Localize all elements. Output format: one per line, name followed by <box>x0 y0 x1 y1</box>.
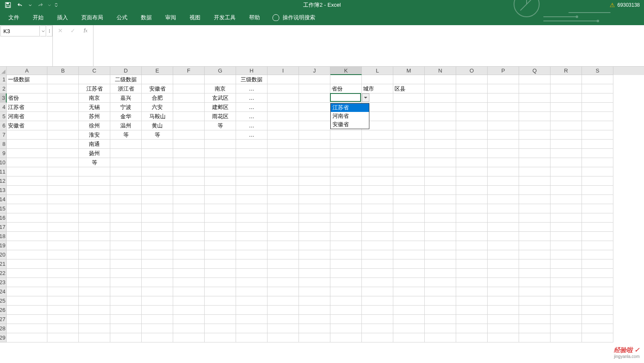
cell[interactable]: 三级数据 <box>236 75 267 84</box>
cell[interactable] <box>267 167 299 176</box>
cell[interactable] <box>173 296 205 306</box>
cell[interactable] <box>110 324 142 333</box>
cell[interactable] <box>456 93 488 103</box>
name-box-expand[interactable] <box>47 26 52 36</box>
cell[interactable] <box>456 140 488 149</box>
cell[interactable] <box>142 223 173 232</box>
cell[interactable] <box>7 213 47 223</box>
cell[interactable] <box>142 259 173 269</box>
cell[interactable] <box>299 315 330 324</box>
cell[interactable] <box>330 278 362 287</box>
cell[interactable] <box>47 121 79 130</box>
cell[interactable] <box>299 140 330 149</box>
cell[interactable] <box>393 296 425 306</box>
cell[interactable] <box>205 232 236 241</box>
cell[interactable] <box>267 250 299 259</box>
column-header[interactable]: L <box>362 67 393 75</box>
column-header[interactable]: P <box>488 67 519 75</box>
cell[interactable] <box>79 333 110 342</box>
cell[interactable] <box>393 213 425 223</box>
cell[interactable] <box>205 324 236 333</box>
name-box-dropdown[interactable] <box>40 26 46 36</box>
cell[interactable] <box>173 324 205 333</box>
cell[interactable] <box>299 232 330 241</box>
cell[interactable] <box>47 296 79 306</box>
cell[interactable] <box>205 140 236 149</box>
cell[interactable] <box>79 232 110 241</box>
cell[interactable]: … <box>236 130 267 140</box>
cell[interactable] <box>299 306 330 315</box>
cell[interactable] <box>519 223 551 232</box>
cell[interactable] <box>142 241 173 250</box>
cell[interactable]: 安徽省 <box>142 84 173 93</box>
undo-dropdown[interactable] <box>28 1 33 9</box>
cell[interactable]: 等 <box>142 130 173 140</box>
cell[interactable] <box>488 140 519 149</box>
row-header[interactable]: 26 <box>0 306 7 315</box>
cell[interactable] <box>456 241 488 250</box>
cell[interactable] <box>267 223 299 232</box>
cell[interactable] <box>267 186 299 195</box>
ribbon-tab[interactable]: 帮助 <box>242 10 267 25</box>
cell[interactable] <box>488 158 519 167</box>
cell[interactable] <box>79 213 110 223</box>
cell[interactable]: 区县 <box>393 84 425 93</box>
cell[interactable] <box>393 121 425 130</box>
cell[interactable] <box>456 296 488 306</box>
row-header[interactable]: 18 <box>0 232 7 241</box>
cell[interactable] <box>142 250 173 259</box>
cell[interactable] <box>205 333 236 342</box>
cell[interactable] <box>47 195 79 204</box>
cell[interactable] <box>299 241 330 250</box>
cell[interactable] <box>393 140 425 149</box>
cell[interactable] <box>110 333 142 342</box>
cell[interactable] <box>236 158 267 167</box>
cell[interactable] <box>236 241 267 250</box>
cell[interactable] <box>142 213 173 223</box>
cell[interactable] <box>582 75 613 84</box>
cell[interactable] <box>456 75 488 84</box>
cell[interactable] <box>330 315 362 324</box>
cell[interactable] <box>299 130 330 140</box>
cell[interactable] <box>456 158 488 167</box>
cell[interactable] <box>488 269 519 278</box>
row-header[interactable]: 16 <box>0 213 7 223</box>
cell[interactable] <box>47 324 79 333</box>
row-header[interactable]: 8 <box>0 140 7 149</box>
cell[interactable] <box>519 269 551 278</box>
cell[interactable] <box>330 167 362 176</box>
cell[interactable] <box>362 223 393 232</box>
column-header[interactable]: G <box>205 67 236 75</box>
cell[interactable] <box>362 278 393 287</box>
cell[interactable] <box>173 241 205 250</box>
column-header[interactable]: S <box>582 67 613 75</box>
cell[interactable] <box>582 287 613 296</box>
cell[interactable] <box>519 84 551 93</box>
cell[interactable] <box>488 75 519 84</box>
cell[interactable] <box>393 103 425 112</box>
cell[interactable] <box>425 93 456 103</box>
cell[interactable]: 温州 <box>110 121 142 130</box>
cell[interactable] <box>456 186 488 195</box>
cell[interactable]: 等 <box>79 158 110 167</box>
cell[interactable] <box>267 93 299 103</box>
cell[interactable] <box>519 158 551 167</box>
cell[interactable] <box>488 149 519 158</box>
cell[interactable] <box>330 324 362 333</box>
cell[interactable] <box>425 103 456 112</box>
cell[interactable] <box>47 75 79 84</box>
cell[interactable] <box>173 213 205 223</box>
cell[interactable] <box>47 241 79 250</box>
column-header[interactable]: O <box>456 67 488 75</box>
cell[interactable]: 宁波 <box>110 103 142 112</box>
row-header[interactable]: 19 <box>0 241 7 250</box>
cell[interactable] <box>47 112 79 121</box>
cell[interactable] <box>582 149 613 158</box>
cell[interactable] <box>47 204 79 213</box>
cell[interactable] <box>330 195 362 204</box>
cell[interactable] <box>393 167 425 176</box>
cell[interactable] <box>110 296 142 306</box>
cell[interactable] <box>582 315 613 324</box>
cell[interactable] <box>267 204 299 213</box>
cell[interactable] <box>456 269 488 278</box>
